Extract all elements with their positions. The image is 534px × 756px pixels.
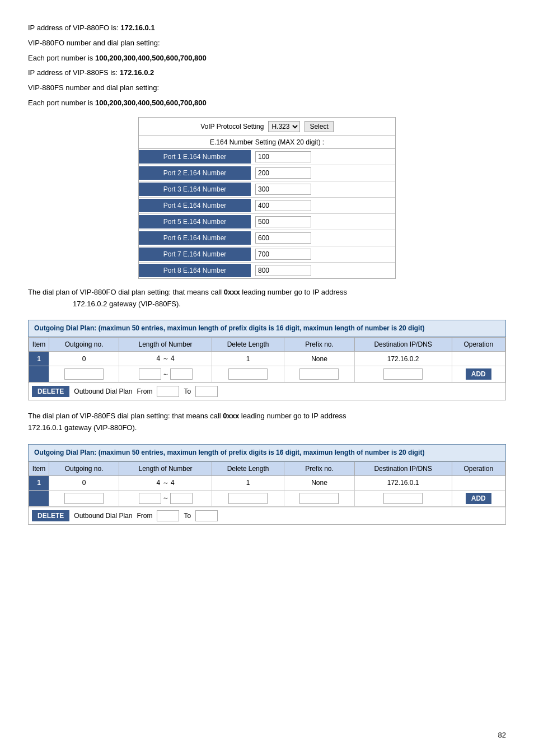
desc1-indent: 172.16.0.2 gateway (VIP-880FS). bbox=[73, 298, 506, 310]
col-length-2: Length of Number bbox=[119, 461, 212, 475]
port-5-input[interactable] bbox=[255, 216, 311, 227]
voip-header-row: VoIP Protocol Setting H.323 SIP Select bbox=[139, 118, 395, 136]
col-prefix-2: Prefix no. bbox=[284, 461, 354, 475]
tilde-1: ～ bbox=[162, 370, 169, 379]
prefix-val-1: None bbox=[284, 352, 354, 366]
port-3-label: Port 3 E.164 Number bbox=[139, 183, 251, 196]
dialplan-1-header: Outgoing Dial Plan: (maximun 50 entries,… bbox=[28, 320, 506, 337]
add-cell-1: ADD bbox=[452, 366, 505, 382]
length-to-input-1[interactable] bbox=[170, 368, 193, 380]
protocol-label: VoIP Protocol Setting bbox=[200, 123, 264, 130]
line-3: Each port number is 100,200,300,400,500,… bbox=[28, 53, 506, 64]
to-input-1[interactable] bbox=[195, 386, 218, 397]
to-input-2[interactable] bbox=[195, 510, 218, 521]
port-4-input[interactable] bbox=[255, 200, 311, 211]
outgoing-input-2[interactable] bbox=[64, 493, 104, 504]
port-6-label: Port 6 E.164 Number bbox=[139, 231, 251, 245]
op-val-1 bbox=[452, 352, 505, 366]
prefix-input-2[interactable] bbox=[299, 493, 339, 504]
op-val-2 bbox=[452, 475, 505, 490]
delete-button-1[interactable]: DELETE bbox=[32, 386, 69, 397]
from-input-2[interactable] bbox=[157, 510, 179, 521]
col-length-1: Length of Number bbox=[119, 338, 212, 352]
to-label-1: To bbox=[184, 388, 191, 395]
protocol-select[interactable]: H.323 SIP bbox=[268, 121, 300, 132]
port-row-4: Port 4 E.164 Number bbox=[139, 198, 395, 214]
outgoing-input-1[interactable] bbox=[64, 368, 104, 380]
port-row-6: Port 6 E.164 Number bbox=[139, 230, 395, 246]
item-cell-1: 1 bbox=[29, 352, 49, 366]
voip-settings-table: VoIP Protocol Setting H.323 SIP Select E… bbox=[138, 117, 396, 279]
add-button-2[interactable]: ADD bbox=[466, 493, 491, 504]
length-from-input-2[interactable] bbox=[139, 493, 161, 504]
outgoing-val-2: 0 bbox=[49, 475, 119, 490]
port-7-input[interactable] bbox=[255, 249, 311, 260]
add-button-1[interactable]: ADD bbox=[466, 368, 491, 380]
delete-button-2[interactable]: DELETE bbox=[32, 510, 69, 521]
length-val-2: 4 ～ 4 bbox=[119, 475, 212, 490]
col-dest-1: Destination IP/DNS bbox=[354, 338, 452, 352]
dest-val-2: 172.16.0.1 bbox=[354, 475, 452, 490]
from-input-1[interactable] bbox=[157, 386, 179, 397]
delete-val-2: 1 bbox=[212, 475, 284, 490]
col-outgoing-1: Outgoing no. bbox=[49, 338, 119, 352]
col-prefix-1: Prefix no. bbox=[284, 338, 354, 352]
to-label-2: To bbox=[184, 512, 191, 520]
delete-val-1: 1 bbox=[212, 352, 284, 366]
outbound-label-2: Outbound Dial Plan bbox=[74, 512, 132, 520]
length-val-1: 4 ～ 4 bbox=[119, 352, 212, 366]
table-row: 1 0 4 ～ 4 1 None 172.16.0.1 bbox=[29, 475, 505, 490]
port-7-label: Port 7 E.164 Number bbox=[139, 248, 251, 261]
prefix-input-cell-1 bbox=[284, 366, 354, 382]
port-8-label: Port 8 E.164 Number bbox=[139, 264, 251, 277]
port-5-label: Port 5 E.164 Number bbox=[139, 215, 251, 228]
delete-input-cell-1 bbox=[212, 366, 284, 382]
line-1: IP address of VIP-880FO is: 172.16.0.1 bbox=[28, 22, 506, 34]
length-to-input-2[interactable] bbox=[170, 493, 193, 504]
port-6-input[interactable] bbox=[255, 232, 311, 244]
port-row-2: Port 2 E.164 Number bbox=[139, 165, 395, 181]
dest-input-cell-1 bbox=[354, 366, 452, 382]
port-4-label: Port 4 E.164 Number bbox=[139, 199, 251, 212]
port-row-7: Port 7 E.164 Number bbox=[139, 246, 395, 263]
line-2: VIP-880FO number and dial plan setting: bbox=[28, 38, 506, 49]
bottom-row-1: DELETE Outbound Dial Plan From To bbox=[29, 382, 505, 400]
port-row-1: Port 1 E.164 Number bbox=[139, 149, 395, 165]
voip-subtitle: E.164 Number Setting (MAX 20 digit) : bbox=[139, 136, 395, 149]
port-1-label: Port 1 E.164 Number bbox=[139, 150, 251, 164]
col-op-2: Operation bbox=[452, 461, 505, 475]
desc2-indent: 172.16.0.1 gateway (VIP-880FO). bbox=[28, 422, 506, 434]
dest-input-1[interactable] bbox=[383, 368, 423, 380]
col-outgoing-2: Outgoing no. bbox=[49, 461, 119, 475]
dest-input-2[interactable] bbox=[383, 493, 423, 504]
port-1-input[interactable] bbox=[255, 151, 311, 162]
delete-input-2[interactable] bbox=[228, 493, 268, 504]
line-5: VIP-880FS number and dial plan setting: bbox=[28, 82, 506, 94]
delete-input-1[interactable] bbox=[228, 368, 268, 380]
port-2-input[interactable] bbox=[255, 167, 311, 179]
col-delete-2: Delete Length bbox=[212, 461, 284, 475]
dialplan-1-table: Item Outgoing no. Length of Number Delet… bbox=[28, 337, 506, 400]
tilde-2: ～ bbox=[162, 493, 169, 503]
col-dest-2: Destination IP/DNS bbox=[354, 461, 452, 475]
select-button[interactable]: Select bbox=[305, 121, 333, 132]
col-delete-1: Delete Length bbox=[212, 338, 284, 352]
dest-val-1: 172.16.0.2 bbox=[354, 352, 452, 366]
port-3-input[interactable] bbox=[255, 184, 311, 195]
dialplan-section-1: Outgoing Dial Plan: (maximun 50 entries,… bbox=[28, 320, 506, 400]
outbound-label-1: Outbound Dial Plan bbox=[74, 388, 132, 395]
prefix-input-1[interactable] bbox=[299, 368, 339, 380]
add-cell-2: ADD bbox=[452, 490, 505, 506]
port-8-input[interactable] bbox=[255, 265, 311, 276]
port-row-8: Port 8 E.164 Number bbox=[139, 263, 395, 278]
port-row-3: Port 3 E.164 Number bbox=[139, 181, 395, 198]
prefix-val-2: None bbox=[284, 475, 354, 490]
length-from-input-1[interactable] bbox=[139, 368, 161, 380]
input-row-2: ～ ADD bbox=[29, 490, 505, 506]
prefix-input-cell-2 bbox=[284, 490, 354, 506]
line-6: Each port number is 100,200,300,400,500,… bbox=[28, 97, 506, 109]
description-2: The dial plan of VIP-880FS dial plan set… bbox=[28, 410, 506, 434]
col-op-1: Operation bbox=[452, 338, 505, 352]
from-label-1: From bbox=[137, 388, 152, 395]
from-label-2: From bbox=[137, 512, 152, 520]
